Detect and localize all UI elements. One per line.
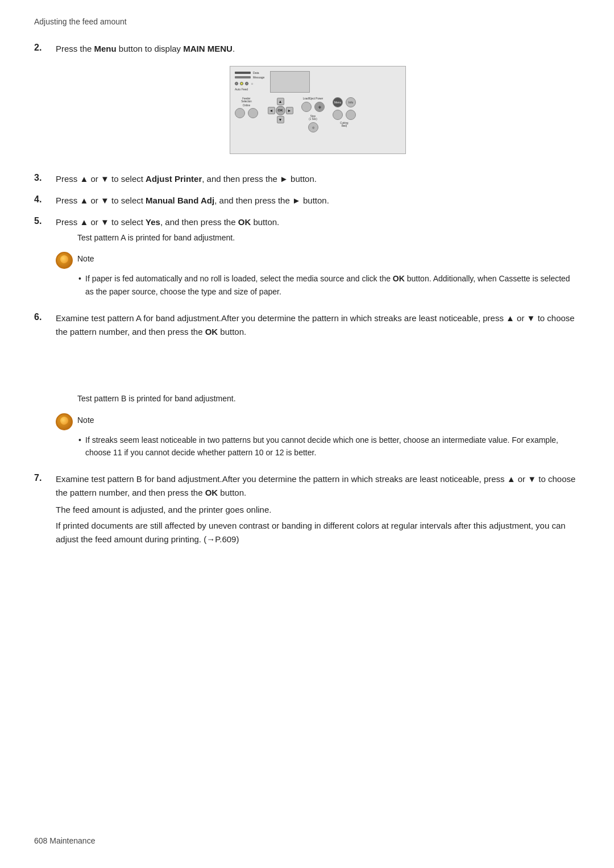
printer-image: Data Message □	[230, 66, 406, 154]
menu-btn: Menu	[333, 97, 343, 107]
yes-bold: Yes	[146, 217, 160, 227]
ok-bold-7: OK	[205, 488, 218, 497]
spacer-6	[56, 339, 580, 356]
step-6: 6. Examine test pattern A for band adjus…	[34, 312, 580, 464]
step-3-text: Press ▲ or ▼ to select Adjust Printer, a…	[56, 172, 580, 186]
nav-right: ►	[286, 107, 293, 114]
step-7-extra-2: If printed documents are still affected …	[56, 519, 580, 546]
nav-left: ◄	[268, 107, 275, 114]
step-2: 2. Press the Menu button to display MAIN…	[34, 42, 580, 164]
main-menu-bold: MAIN MENU	[183, 44, 233, 53]
nav-up: ▲	[277, 98, 284, 105]
led-row: □	[235, 82, 264, 85]
nav-down: ▼	[277, 116, 284, 123]
step-7-extra-1: The feed amount is adjusted, and the pri…	[56, 503, 580, 517]
ok-bold-5: OK	[238, 217, 251, 227]
note-box-6: Note	[56, 413, 580, 430]
spacer-6c	[56, 373, 580, 390]
page-header: Adjusting the feed amount	[34, 17, 580, 26]
manual-band-adj-bold: Manual Band Adj	[146, 196, 214, 205]
step-7-content: Examine test pattern B for band adjustme…	[56, 472, 580, 546]
step-5-sub-text: Test pattern A is printed for band adjus…	[77, 231, 580, 244]
lcd-screen	[270, 71, 310, 93]
panel-top: Data Message □	[230, 67, 405, 95]
note-icon-5	[56, 252, 73, 269]
step-4-number: 4.	[34, 194, 56, 205]
step-3: 3. Press ▲ or ▼ to select Adjust Printer…	[34, 172, 580, 186]
note-label-5: Note	[77, 254, 94, 263]
step-2-number: 2.	[34, 42, 56, 53]
step-4: 4. Press ▲ or ▼ to select Manual Band Ad…	[34, 194, 580, 207]
btn-left2	[333, 110, 343, 120]
step-6-content: Examine test pattern A for band adjustme…	[56, 312, 580, 464]
adjust-printer-bold: Adjust Printer	[146, 174, 202, 184]
spacer-6b	[56, 356, 580, 373]
nav-cross: ▲ ◄ OK ► ▼	[267, 97, 293, 123]
btn-right2	[346, 110, 356, 120]
led-dot-1	[235, 82, 238, 85]
nav-ok: OK	[276, 106, 285, 115]
note-label-6: Note	[77, 416, 94, 425]
online-btn	[235, 108, 245, 118]
printer-image-container: Data Message □	[56, 66, 580, 154]
data-led	[235, 72, 251, 74]
stop-btn: ◎	[308, 122, 318, 132]
step-6-number: 6.	[34, 312, 56, 322]
step-2-content: Press the Menu button to display MAIN ME…	[56, 42, 580, 164]
step-7: 7. Examine test pattern B for band adjus…	[34, 472, 580, 546]
step-3-content: Press ▲ or ▼ to select Adjust Printer, a…	[56, 172, 580, 186]
note-item-5-1: If paper is fed automatically and no rol…	[77, 272, 580, 298]
step-6-after-spacer: Test pattern B is printed for band adjus…	[77, 392, 580, 405]
feeder-btn	[248, 108, 258, 118]
step-5: 5. Press ▲ or ▼ to select Yes, and then …	[34, 215, 580, 304]
printer-panel: Data Message □	[230, 67, 405, 153]
step-5-text: Press ▲ or ▼ to select Yes, and then pre…	[56, 215, 580, 229]
step-2-text: Press the Menu button to display MAIN ME…	[56, 42, 580, 56]
note-icon-6	[56, 413, 73, 430]
panel-bottom: FeederSelection Online ▲	[230, 95, 405, 135]
note-item-6-1: If streaks seem least noticeable in two …	[77, 434, 580, 459]
step-4-content: Press ▲ or ▼ to select Manual Band Adj, …	[56, 194, 580, 207]
step-4-text: Press ▲ or ▼ to select Manual Band Adj, …	[56, 194, 580, 207]
page-footer: 608 Maintenance	[34, 836, 95, 845]
menu-bold: Menu	[94, 44, 117, 53]
step-7-text: Examine test pattern B for band adjustme…	[56, 472, 580, 500]
step-5-number: 5.	[34, 215, 56, 226]
ok-bold-6: OK	[205, 327, 218, 337]
led-dot-2	[240, 82, 243, 85]
load-eject-btn	[301, 102, 312, 112]
led-dot-3	[245, 82, 248, 85]
step-7-number: 7.	[34, 472, 56, 483]
note-content-6: If streaks seem least noticeable in two …	[77, 434, 580, 459]
step-3-number: 3.	[34, 172, 56, 183]
info-btn: Info	[346, 97, 356, 107]
led-group: Data Message □	[235, 71, 264, 91]
step-6-text: Examine test pattern A for band adjustme…	[56, 312, 580, 339]
step-5-content: Press ▲ or ▼ to select Yes, and then pre…	[56, 215, 580, 304]
message-led	[235, 76, 251, 78]
note-content-5: If paper is fed automatically and no rol…	[77, 272, 580, 298]
note-box-5: Note	[56, 252, 580, 269]
power-btn: ⏻	[314, 102, 325, 112]
